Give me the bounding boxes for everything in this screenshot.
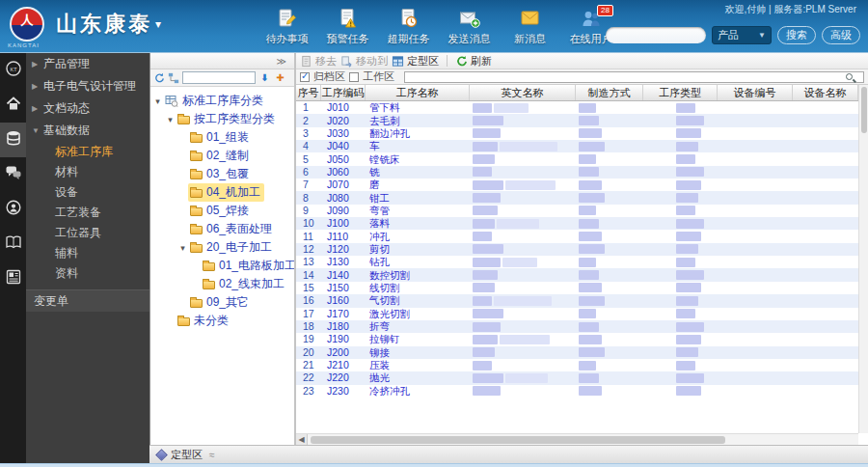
sidebar-item[interactable]: ▶产品管理 [26, 53, 149, 75]
sidebar-item[interactable]: 工位器具 [26, 223, 149, 243]
tree-node[interactable]: 06_表面处理 [150, 220, 294, 238]
tree-node[interactable]: 02_线束加工 [150, 275, 294, 293]
app-logo[interactable]: 山东康泰 ▾ [10, 7, 161, 41]
global-search-input[interactable] [606, 27, 706, 43]
search-icon[interactable] [846, 73, 853, 80]
table-row[interactable]: 18J180折弯 [296, 320, 868, 333]
collapse-panel-icon[interactable]: ≫ [277, 56, 286, 67]
sidebar-item[interactable]: 设备 [26, 182, 149, 203]
vertical-scrollbar[interactable] [858, 85, 868, 433]
sidebar-item[interactable]: 标准工序库 [26, 142, 149, 162]
column-header[interactable]: 英文名称 [470, 85, 576, 100]
table-row[interactable]: 23J230冷挤冲孔 [296, 385, 868, 398]
tree-filter-input[interactable] [182, 71, 256, 84]
add-node-icon[interactable]: ✚ [274, 71, 286, 84]
table-row[interactable]: 16J160气切割 [296, 294, 868, 307]
table-row[interactable]: 1J010管下料 [296, 101, 868, 114]
tree-hierarchy-icon[interactable] [168, 72, 179, 84]
table-row[interactable]: 19J190拉铆钉 [296, 333, 868, 345]
table-row[interactable]: 2J020去毛刺 [296, 114, 868, 126]
table-row[interactable]: 14J140数控切割 [296, 268, 868, 281]
remove-button[interactable]: 移去 [300, 54, 337, 69]
locate-down-icon[interactable]: ⬇ [258, 71, 271, 84]
sidebar-item[interactable]: ▼基础数据 [26, 120, 149, 142]
horizontal-scrollbar[interactable]: ◀ [296, 433, 858, 445]
sidebar-item[interactable]: ▶电子电气设计管理 [26, 75, 149, 97]
refresh-button[interactable]: 刷新 [455, 54, 492, 69]
nav-item-send-message[interactable]: 发送消息 [439, 5, 500, 49]
module-support-button[interactable] [0, 192, 26, 227]
sidebar-item[interactable]: 辅料 [26, 243, 149, 263]
horizontal-scrollbar-thumb[interactable] [311, 436, 725, 444]
nav-item-todo[interactable]: 待办事项 [257, 5, 317, 49]
module-home-button[interactable] [0, 88, 26, 123]
tree-node[interactable]: 02_缝制 [150, 147, 294, 165]
finalize-area-button[interactable]: 定型区 [392, 54, 439, 69]
tab-collapse-icon[interactable]: ≈ [209, 450, 215, 460]
nav-item-alert-task[interactable]: 预警任务 [317, 5, 378, 49]
module-chat-button[interactable] [0, 157, 26, 192]
work-area-checkbox[interactable] [349, 72, 359, 82]
column-header[interactable]: 设备编号 [718, 85, 793, 100]
module-database-button[interactable] [0, 123, 26, 157]
table-row[interactable]: 8J080钳工 [296, 191, 868, 204]
vertical-scrollbar-thumb[interactable] [861, 87, 867, 133]
table-row[interactable]: 15J150线切割 [296, 282, 868, 294]
table-search-input[interactable] [404, 71, 864, 83]
search-category-select[interactable]: 产品 ▼ [712, 26, 772, 44]
sidebar-item[interactable]: 工艺装备 [26, 203, 149, 223]
table-row[interactable]: 22J220抛光 [296, 371, 868, 384]
tree-node[interactable]: 05_焊接 [150, 202, 294, 220]
cell-english-name [470, 230, 576, 242]
tree-node[interactable]: 01_电路板加工 [150, 257, 294, 275]
tree-node[interactable]: 03_包覆 [150, 165, 294, 183]
table-row[interactable]: 4J040车 [296, 140, 868, 152]
finalize-area-tab[interactable]: 定型区 ≈ [157, 448, 215, 462]
tree-node[interactable]: ▾按工序类型分类 [150, 110, 294, 128]
company-dropdown-caret-icon[interactable]: ▾ [155, 17, 161, 31]
sidebar-item[interactable]: 资料 [26, 263, 149, 284]
nav-item-overdue-task[interactable]: 超期任务 [378, 5, 439, 49]
panel-splitter[interactable] [294, 53, 296, 445]
advanced-search-button[interactable]: 高级 [822, 26, 860, 44]
column-header[interactable]: 工序名称 [366, 85, 470, 100]
sidebar-item[interactable]: ▶文档动态 [26, 97, 149, 120]
tree-node[interactable]: 09_其它 [150, 293, 294, 312]
sidebar-item[interactable]: 变更单 [26, 289, 149, 312]
archive-area-checkbox[interactable] [300, 72, 310, 82]
sidebar-item[interactable]: 材料 [26, 162, 149, 182]
tree-node[interactable]: ▾标准工序库分类 [150, 92, 294, 110]
search-button[interactable]: 搜索 [777, 26, 816, 44]
tree-node[interactable]: 04_机加工 [150, 183, 294, 202]
table-row[interactable]: 17J170激光切割 [296, 308, 868, 320]
nav-item-new-message[interactable]: 新消息 [500, 5, 560, 49]
table-row[interactable]: 6J060铣 [296, 166, 868, 179]
column-header[interactable]: 工序编码 [321, 85, 366, 100]
table-row[interactable]: 20J200铆接 [296, 346, 868, 359]
cell-equipment-code [718, 268, 793, 281]
table-row[interactable]: 21J210压装 [296, 359, 868, 371]
column-header[interactable]: 设备名称 [793, 85, 858, 100]
table-row[interactable]: 11J110冲孔 [296, 230, 868, 242]
folder-icon [177, 317, 190, 326]
scroll-left-arrow-icon[interactable]: ◀ [296, 434, 308, 446]
tree-node[interactable]: 未分类 [150, 312, 294, 330]
column-header[interactable]: 序号 [296, 85, 321, 100]
tree-node[interactable]: ▾20_电子加工 [150, 238, 294, 257]
table-row[interactable]: 3J030翻边冲孔 [296, 127, 868, 140]
module-book-button[interactable] [0, 227, 26, 261]
table-row[interactable]: 10J100落料 [296, 217, 868, 230]
column-header[interactable]: 制造方式 [576, 85, 643, 100]
table-row[interactable]: 13J130钻孔 [296, 256, 868, 268]
folder-icon [203, 281, 215, 289]
table-row[interactable]: 5J050镗铣床 [296, 152, 868, 165]
move-to-button[interactable]: 移动到 [340, 54, 388, 69]
tree-node[interactable]: 01_组装 [150, 128, 294, 147]
table-row[interactable]: 9J090弯管 [296, 205, 868, 217]
module-ktplm-logo-button[interactable]: KT [0, 53, 26, 88]
tree-refresh-icon[interactable] [153, 72, 165, 84]
module-news-button[interactable] [0, 261, 26, 296]
column-header[interactable]: 工序类型 [643, 85, 718, 100]
table-row[interactable]: 7J070磨 [296, 179, 868, 191]
table-row[interactable]: 12J120剪切 [296, 243, 868, 256]
